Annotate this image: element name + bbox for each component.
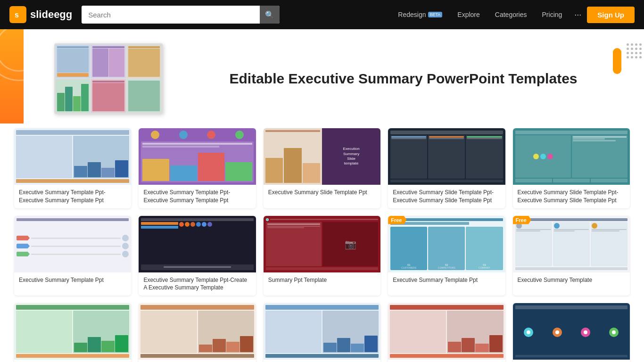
nav-redesign[interactable]: Redesign BETA	[391, 7, 449, 22]
card-thumb-14	[388, 303, 505, 360]
card-label-7: Executive Summary Template Ppt-Create A …	[139, 272, 256, 296]
card-thumb-9: Free 01 CUSTOMERS 02 COMPETITORS	[388, 216, 505, 272]
card-label-2: Executive Summary Template Ppt-Executive…	[139, 185, 256, 208]
template-card-13[interactable]: Executive Summary Template Ppt	[264, 303, 380, 362]
template-card-4[interactable]: Executive Summary Slide Template Ppt-Exe…	[388, 128, 505, 208]
search-bar: 🔍	[82, 6, 280, 24]
template-card-8[interactable]: 📷 Summary Ppt Template	[264, 216, 380, 296]
search-button[interactable]: 🔍	[260, 6, 280, 24]
template-card-11[interactable]: Executive Summary Template Ppt	[14, 303, 131, 362]
card-thumb-13	[264, 303, 380, 360]
templates-grid: Executive Summary Template Ppt-Executive…	[14, 128, 630, 362]
card-thumb-2	[139, 128, 256, 185]
card-thumb-10: Free	[513, 216, 630, 272]
search-icon: 🔍	[265, 10, 274, 19]
card-thumb-1	[14, 128, 131, 185]
card-label-3: Executive Summary Slide Template Ppt	[264, 185, 380, 200]
card-thumb-4	[388, 128, 505, 185]
template-card-15[interactable]: Executive Summary Template Ppt	[513, 303, 630, 362]
card-thumb-7	[139, 216, 256, 272]
header: s slideegg 🔍 Redesign BETA Explore Categ…	[0, 0, 644, 29]
logo[interactable]: s slideegg	[9, 6, 72, 23]
card-thumb-5	[513, 128, 630, 185]
page-title: Editable Executive Summary PowerPoint Te…	[229, 71, 577, 87]
logo-icon: s	[9, 6, 26, 23]
template-card-1[interactable]: Executive Summary Template Ppt-Executive…	[14, 128, 131, 208]
card-label-5: Executive Summary Slide Template Ppt-Exe…	[513, 185, 630, 208]
hero-section: Editable Executive Summary PowerPoint Te…	[0, 29, 644, 123]
card-label-15: Executive Summary Template Ppt	[513, 360, 630, 362]
nav-pricing[interactable]: Pricing	[536, 7, 569, 22]
nav-more[interactable]: ···	[570, 6, 585, 24]
template-card-2[interactable]: Executive Summary Template Ppt-Executive…	[139, 128, 256, 208]
card-label-14: Executive Summary Template Ppt	[388, 360, 505, 362]
hero-circles	[0, 29, 42, 105]
card-label-1: Executive Summary Template Ppt-Executive…	[14, 185, 131, 208]
template-card-10[interactable]: Free	[513, 216, 630, 296]
svg-text:s: s	[15, 11, 19, 19]
template-card-12[interactable]: Executive Summary Template Ppt	[139, 303, 256, 362]
card-label-4: Executive Summary Slide Template Ppt-Exe…	[388, 185, 505, 208]
card-label-6: Executive Summary Template Ppt	[14, 272, 131, 288]
search-input[interactable]	[82, 6, 260, 24]
card-thumb-8: 📷	[264, 216, 380, 272]
template-card-7[interactable]: Executive Summary Template Ppt-Create A …	[139, 216, 256, 296]
template-card-9[interactable]: Free 01 CUSTOMERS 02 COMPETITORS	[388, 216, 505, 296]
hero-image	[54, 43, 163, 114]
main-nav: Redesign BETA Explore Categories Pricing…	[391, 6, 635, 24]
card-thumb-12	[139, 303, 256, 360]
beta-badge: BETA	[428, 12, 443, 17]
logo-text: slideegg	[30, 8, 72, 21]
card-label-8: Summary Ppt Template	[264, 272, 380, 288]
card-thumb-3: ExecutionSummarySlidetemplate	[264, 128, 380, 185]
nav-categories[interactable]: Categories	[488, 7, 534, 22]
hero-right-decor	[627, 43, 642, 58]
card-thumb-15	[513, 303, 630, 360]
card-thumb-6	[14, 216, 131, 272]
nav-explore[interactable]: Explore	[451, 7, 486, 22]
signup-button[interactable]: Sign Up	[587, 7, 635, 23]
card-label-12: Executive Summary Template Ppt	[139, 360, 256, 362]
hero-title-wrap: Editable Executive Summary PowerPoint Te…	[182, 71, 625, 87]
templates-grid-section: Executive Summary Template Ppt-Executive…	[0, 123, 644, 362]
template-card-6[interactable]: Executive Summary Template Ppt	[14, 216, 131, 296]
template-card-3[interactable]: ExecutionSummarySlidetemplate Executive …	[264, 128, 380, 208]
card-label-11: Executive Summary Template Ppt	[14, 360, 131, 362]
free-badge-10: Free	[513, 216, 531, 224]
free-badge-9: Free	[388, 216, 406, 224]
card-label-9: Executive Summary Template Ppt	[388, 272, 505, 288]
template-card-14[interactable]: Executive Summary Template Ppt	[388, 303, 505, 362]
card-label-13: Executive Summary Template Ppt	[264, 360, 380, 362]
orange-pill-decor	[613, 48, 621, 74]
card-thumb-11	[14, 303, 131, 360]
template-card-5[interactable]: Executive Summary Slide Template Ppt-Exe…	[513, 128, 630, 208]
card-label-10: Executive Summary Template	[513, 272, 630, 288]
